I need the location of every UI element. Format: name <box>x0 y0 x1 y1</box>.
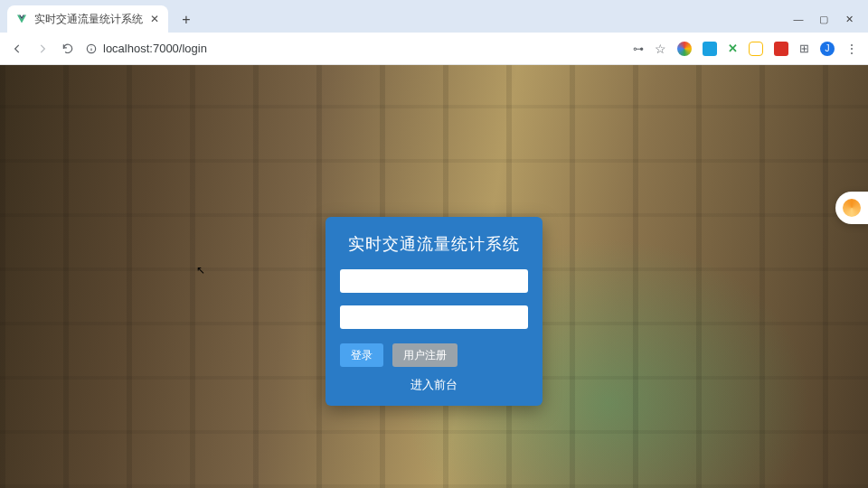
url-text: localhost:7000/login <box>103 42 207 55</box>
enter-front-link[interactable]: 进入前台 <box>410 377 458 393</box>
extensions-row: ⊶ ☆ ✕ ⊞ J ⋮ <box>633 42 859 56</box>
mouse-cursor-icon: ↖ <box>196 264 205 277</box>
login-button[interactable]: 登录 <box>340 343 383 367</box>
tab-title: 实时交通流量统计系统 <box>34 12 143 27</box>
assistant-bubble[interactable] <box>835 192 868 224</box>
forward-button[interactable] <box>34 41 51 57</box>
close-window-button[interactable]: ✕ <box>843 14 855 25</box>
address-bar[interactable]: localhost:7000/login <box>85 42 207 55</box>
browser-toolbar: localhost:7000/login ⊶ ☆ ✕ ⊞ J ⋮ <box>0 33 868 65</box>
password-icon[interactable]: ⊶ <box>633 42 644 55</box>
extension-icon-1[interactable] <box>677 42 692 56</box>
username-input[interactable] <box>340 269 528 293</box>
minimize-button[interactable]: — <box>792 14 805 25</box>
extension-icon-4[interactable] <box>749 42 763 56</box>
browser-tab-strip: 实时交通流量统计系统 ✕ + — ▢ ✕ <box>0 0 868 33</box>
reload-button[interactable] <box>60 41 76 57</box>
maximize-button[interactable]: ▢ <box>817 14 830 25</box>
bookmark-star-icon[interactable]: ☆ <box>655 42 666 56</box>
password-input[interactable] <box>340 305 528 329</box>
button-row: 登录 用户注册 <box>340 343 528 367</box>
assistant-icon <box>843 199 861 217</box>
register-button[interactable]: 用户注册 <box>392 343 458 367</box>
site-info-icon[interactable] <box>85 42 98 55</box>
vue-icon <box>16 14 27 24</box>
extension-icon-2[interactable] <box>703 42 717 56</box>
login-card: 实时交通流量统计系统 登录 用户注册 进入前台 <box>326 217 542 406</box>
browser-tab[interactable]: 实时交通流量统计系统 ✕ <box>7 5 168 33</box>
extensions-menu-icon[interactable]: ⊞ <box>799 42 809 55</box>
extension-icon-3[interactable]: ✕ <box>728 42 738 55</box>
close-icon[interactable]: ✕ <box>150 13 159 25</box>
kebab-menu-icon[interactable]: ⋮ <box>845 42 859 56</box>
login-title: 实时交通流量统计系统 <box>340 233 528 255</box>
window-controls: — ▢ ✕ <box>792 14 861 25</box>
new-tab-button[interactable]: + <box>177 11 195 29</box>
profile-avatar[interactable]: J <box>820 42 835 56</box>
extension-icon-5[interactable] <box>774 42 788 56</box>
back-button[interactable] <box>9 41 25 57</box>
page-viewport: ↖ 实时交通流量统计系统 登录 用户注册 进入前台 <box>0 65 868 488</box>
